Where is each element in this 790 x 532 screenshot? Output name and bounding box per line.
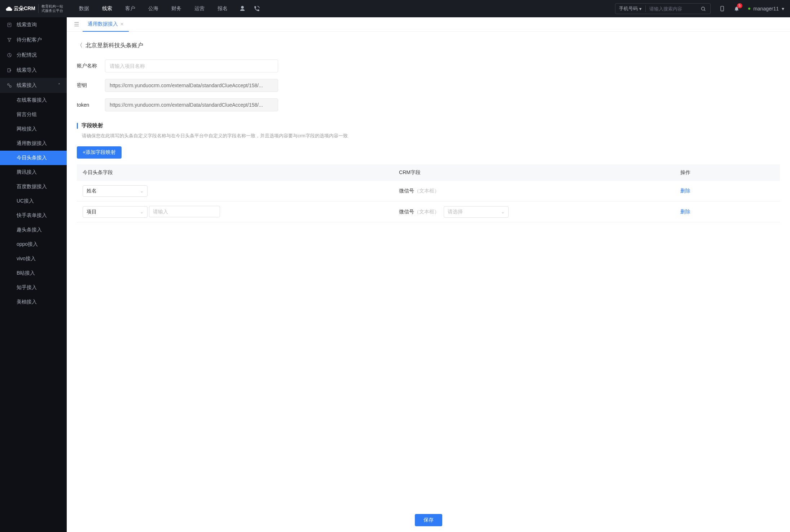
notification-badge: 5 [737,3,743,8]
delete-link[interactable]: 删除 [680,188,690,194]
main-area: ☰ 通用数据接入✕ 〈 北京昱新科技头条账户 账户名称 密钥 token [67,17,790,532]
secret-label: 密钥 [77,82,98,89]
svg-line-2 [704,10,705,11]
search-button[interactable] [696,6,710,12]
sidebar-sub-item[interactable]: UC接入 [0,194,67,208]
nav-item[interactable]: 线索 [101,5,114,12]
person-icon[interactable] [239,5,246,12]
main-nav: 数据线索客户公海财务运营报名 [78,5,229,12]
sidebar-item[interactable]: 线索接入˄ [0,78,67,93]
mobile-icon[interactable] [719,5,725,12]
page-title-back[interactable]: 〈 北京昱新科技头条账户 [77,42,780,49]
logo[interactable]: 云朵CRM 教育机构一站 式服务云平台 [6,4,63,13]
chevron-down-icon: ▾ [639,6,642,12]
delete-link[interactable]: 删除 [680,209,690,214]
table-row: 姓名⌄微信号（文本框）删除 [77,181,780,201]
account-name-input[interactable] [105,59,278,72]
plug-icon [6,83,12,88]
tab[interactable]: 通用数据接入✕ [83,17,129,32]
sidebar-sub-item[interactable]: 网校接入 [0,122,67,136]
sidebar-item[interactable]: 线索导入 [0,63,67,78]
sidebar-sub-item[interactable]: 知乎接入 [0,280,67,295]
status-dot-icon [748,8,750,10]
chevron-down-icon: ⌄ [140,189,144,194]
section-bar-icon [77,123,78,129]
mapping-table: 今日头条字段 CRM字段 操作 姓名⌄微信号（文本框）删除项目⌄ 微信号（文本框… [77,164,780,222]
crm-field-name: 微信号 [399,188,414,194]
sidebar-sub-item[interactable]: 留言分组 [0,107,67,122]
page-title-text: 北京昱新科技头条账户 [85,42,143,49]
sidebar: 线索查询待分配客户分配情况线索导入线索接入˄在线客服接入留言分组网校接入通用数据… [0,17,67,532]
toutiao-field-input[interactable] [149,206,220,217]
add-mapping-button[interactable]: +添加字段映射 [77,146,122,159]
svg-point-1 [702,7,705,10]
crm-field-hint: （文本框） [414,188,439,194]
export-icon [6,68,12,73]
nav-item[interactable]: 报名 [216,5,229,12]
svg-point-10 [10,86,12,88]
filter-icon [6,37,12,43]
svg-point-9 [8,84,9,85]
chart-icon [6,53,12,58]
user-menu[interactable]: manager11 ▾ [748,6,784,12]
page-footer: 保存 [67,508,790,532]
sidebar-sub-item[interactable]: oppo接入 [0,237,67,252]
th-crm-field: CRM字段 [393,164,675,181]
sidebar-item[interactable]: 待分配客户 [0,32,67,48]
th-toutiao-field: 今日头条字段 [77,164,393,181]
close-icon[interactable]: ✕ [120,22,124,27]
tabs-collapse-icon[interactable]: ☰ [70,21,83,28]
chevron-down-icon: ▾ [782,6,784,12]
crm-field-select[interactable]: 请选择⌄ [444,206,509,218]
sidebar-item-label: 线索接入 [17,82,37,89]
crm-field-hint: （文本框） [414,209,439,214]
sidebar-item-label: 线索导入 [17,67,37,74]
sidebar-sub-item[interactable]: 趣头条接入 [0,223,67,237]
sidebar-item[interactable]: 线索查询 [0,17,67,32]
nav-item[interactable]: 财务 [170,5,183,12]
page-content: 〈 北京昱新科技头条账户 账户名称 密钥 token 字段映射 [67,32,790,532]
section-desc: 请确保您在此填写的头条自定义字段名称与在今日头条平台中自定义的字段名称一致，并且… [77,133,780,139]
save-button[interactable]: 保存 [415,514,442,526]
logo-sub2: 式服务云平台 [41,9,63,13]
th-action: 操作 [675,164,780,181]
sidebar-sub-item[interactable]: 美柚接入 [0,295,67,309]
nav-item[interactable]: 客户 [124,5,137,12]
sidebar-item[interactable]: 分配情况 [0,48,67,63]
token-input[interactable] [105,98,278,111]
sidebar-sub-item[interactable]: 通用数据接入 [0,136,67,151]
sidebar-sub-item[interactable]: 百度数据接入 [0,179,67,194]
toutiao-field-select[interactable]: 姓名⌄ [83,185,148,197]
search-category-select[interactable]: 手机号码 ▾ [615,5,646,12]
back-icon: 〈 [77,42,83,49]
tab-label: 通用数据接入 [88,21,118,27]
nav-item[interactable]: 公海 [147,5,160,12]
svg-rect-0 [242,10,243,11]
sidebar-sub-item[interactable]: 今日头条接入 [0,151,67,165]
top-header: 云朵CRM 教育机构一站 式服务云平台 数据线索客户公海财务运营报名 手机号码 … [0,0,790,17]
nav-item[interactable]: 运营 [193,5,206,12]
username-label: manager11 [753,6,779,12]
sidebar-item-label: 待分配客户 [17,37,42,43]
sidebar-sub-item[interactable]: B站接入 [0,266,67,280]
search-category-label: 手机号码 [619,5,638,12]
sidebar-item-label: 线索查询 [17,22,37,28]
nav-item[interactable]: 数据 [78,5,91,12]
sidebar-sub-item[interactable]: 在线客服接入 [0,93,67,107]
search-input[interactable] [646,6,696,12]
sidebar-item-label: 分配情况 [17,52,37,58]
section-title: 字段映射 [82,122,103,129]
toutiao-field-select[interactable]: 项目⌄ [83,206,148,218]
sidebar-sub-item[interactable]: 快手表单接入 [0,208,67,223]
chevron-down-icon: ⌄ [140,209,144,214]
sidebar-sub-item[interactable]: 腾讯接入 [0,165,67,179]
notification-bell[interactable]: 5 [734,5,739,12]
crm-field-name: 微信号 [399,209,414,214]
chevron-up-icon: ˄ [58,83,60,88]
cloud-icon [6,6,12,11]
phone-icon[interactable] [254,5,260,12]
account-name-label: 账户名称 [77,63,98,69]
search-box: 手机号码 ▾ [615,3,711,14]
secret-input[interactable] [105,79,278,92]
sidebar-sub-item[interactable]: vivo接入 [0,252,67,266]
